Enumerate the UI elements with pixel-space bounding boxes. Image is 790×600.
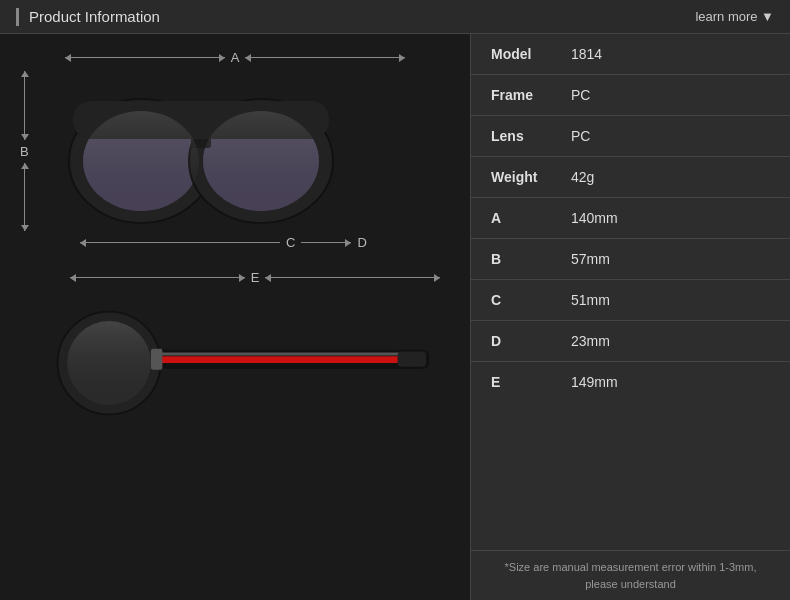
svg-point-7: [203, 111, 319, 211]
dim-c-line: [80, 242, 280, 243]
spec-value: PC: [571, 87, 590, 103]
dimension-b-container: B: [20, 71, 29, 231]
side-view-diagram: E: [20, 270, 450, 436]
spec-key: E: [491, 374, 571, 390]
spec-value: 57mm: [571, 251, 610, 267]
dim-e-label: E: [245, 270, 266, 285]
dim-b-line-2: [24, 163, 25, 232]
spec-key: Lens: [491, 128, 571, 144]
dim-e-line: [70, 277, 245, 278]
main-content: A B: [0, 34, 790, 600]
spec-key: Frame: [491, 87, 571, 103]
dimension-a-arrow: A: [65, 50, 405, 65]
spec-row: Lens PC: [471, 116, 790, 157]
glasses-front-image: [41, 71, 361, 231]
spec-row: Weight 42g: [471, 157, 790, 198]
dimension-e-arrow: E: [70, 270, 440, 285]
spec-row: D 23mm: [471, 321, 790, 362]
dim-b-line: [24, 71, 25, 140]
spec-value: 140mm: [571, 210, 618, 226]
dim-d-line: [301, 242, 351, 243]
header-accent-bar: [16, 8, 19, 26]
svg-point-15: [67, 321, 151, 405]
spec-note: *Size are manual measurement error withi…: [471, 550, 790, 600]
header-left: Product Information: [16, 8, 160, 26]
dim-b-label: B: [20, 140, 29, 163]
svg-rect-12: [153, 353, 405, 356]
front-view-diagram: A B: [20, 50, 450, 250]
svg-point-6: [83, 111, 199, 211]
spec-value: PC: [571, 128, 590, 144]
spec-value: 42g: [571, 169, 594, 185]
diagram-panel: A B: [0, 34, 470, 600]
spec-row: B 57mm: [471, 239, 790, 280]
spec-row: C 51mm: [471, 280, 790, 321]
svg-rect-11: [153, 356, 405, 363]
dim-a-left-arrow: [65, 57, 225, 58]
dim-d-label: D: [351, 235, 372, 250]
spec-key: Weight: [491, 169, 571, 185]
spec-value: 51mm: [571, 292, 610, 308]
dimension-cd-row: C D: [80, 235, 420, 250]
front-view-container: B: [20, 71, 450, 231]
dim-a-label: A: [225, 50, 246, 65]
spec-key: Model: [491, 46, 571, 62]
svg-rect-13: [398, 352, 427, 367]
spec-table: Model 1814 Frame PC Lens PC Weight 42g A…: [471, 34, 790, 550]
dim-e-line-2: [265, 277, 440, 278]
spec-key: A: [491, 210, 571, 226]
page-title: Product Information: [29, 8, 160, 25]
page-header: Product Information learn more ▼: [0, 0, 790, 34]
spec-row: A 140mm: [471, 198, 790, 239]
specs-panel: Model 1814 Frame PC Lens PC Weight 42g A…: [470, 34, 790, 600]
spec-value: 23mm: [571, 333, 610, 349]
spec-row: Frame PC: [471, 75, 790, 116]
svg-rect-14: [151, 349, 162, 370]
dim-c-label: C: [280, 235, 301, 250]
spec-value: 1814: [571, 46, 602, 62]
spec-key: C: [491, 292, 571, 308]
spec-value: 149mm: [571, 374, 618, 390]
dim-a-right-arrow: [245, 57, 405, 58]
learn-more-button[interactable]: learn more ▼: [695, 9, 774, 24]
glasses-side-image: [50, 291, 450, 436]
spec-key: B: [491, 251, 571, 267]
spec-row: E 149mm: [471, 362, 790, 402]
spec-key: D: [491, 333, 571, 349]
spec-row: Model 1814: [471, 34, 790, 75]
